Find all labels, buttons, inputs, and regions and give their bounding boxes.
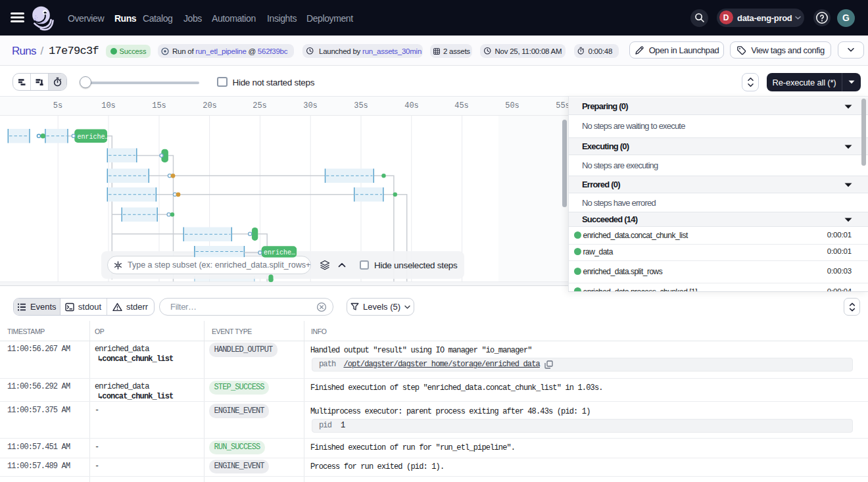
svg-text:enriche…: enriche… bbox=[78, 133, 109, 141]
